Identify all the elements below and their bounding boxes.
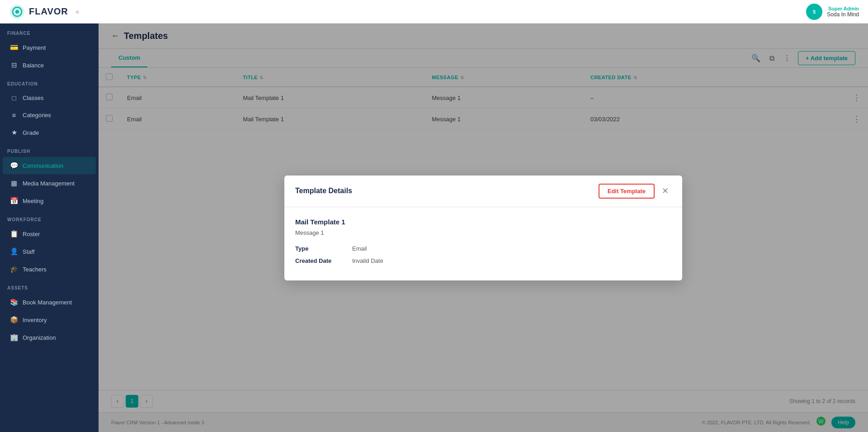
sidebar-item-payment[interactable]: 💳Payment	[3, 39, 96, 56]
collapse-icon[interactable]: «	[75, 8, 80, 16]
sidebar-item-media-management[interactable]: ▦Media Management	[3, 175, 96, 192]
main-layout: FINANCE💳Payment⊟BalanceEDUCATION□Classes…	[0, 24, 868, 432]
sidebar-label-balance: Balance	[23, 62, 44, 69]
sidebar-label-book-management: Book Management	[23, 299, 72, 306]
categories-icon: ≡	[10, 111, 18, 119]
modal-type-field: Type Email	[295, 245, 671, 252]
edit-template-button[interactable]: Edit Template	[599, 184, 655, 199]
sidebar-item-organization[interactable]: 🏢Organization	[3, 329, 96, 346]
sidebar-label-communication: Communication	[23, 162, 63, 169]
sidebar-label-classes: Classes	[23, 95, 43, 101]
modal-close-button[interactable]: ✕	[659, 185, 671, 197]
sidebar-item-roster[interactable]: 📋Roster	[3, 225, 96, 242]
sidebar-label-inventory: Inventory	[23, 317, 47, 323]
user-name: Soda In Mind	[827, 11, 859, 18]
inventory-icon: 📦	[10, 316, 18, 324]
content-area: ← Templates Custom 🔍 ⧉ ⋮ + Add template …	[99, 24, 868, 432]
sidebar-item-communication[interactable]: 💬Communication	[3, 157, 96, 174]
payment-icon: 💳	[10, 43, 18, 52]
sidebar-item-inventory[interactable]: 📦Inventory	[3, 311, 96, 328]
grade-icon: ★	[10, 128, 18, 137]
book-management-icon: 📚	[10, 298, 18, 306]
classes-icon: □	[10, 94, 18, 102]
modal-created-date-value: Invalid Date	[352, 257, 383, 264]
sidebar-item-meeting[interactable]: 📅Meeting	[3, 192, 96, 209]
sidebar-label-meeting: Meeting	[23, 198, 43, 204]
modal-created-date-field: Created Date Invalid Date	[295, 257, 671, 264]
flavor-logo-icon	[9, 4, 25, 20]
modal-type-label: Type	[295, 245, 345, 252]
user-info: Super Admin Soda In Mind	[827, 6, 859, 18]
sidebar-label-roster: Roster	[23, 231, 40, 237]
sidebar-item-staff[interactable]: 👤Staff	[3, 243, 96, 260]
sidebar-item-teachers[interactable]: 🎓Teachers	[3, 261, 96, 278]
organization-icon: 🏢	[10, 333, 18, 342]
modal-type-value: Email	[352, 245, 367, 252]
logo-area: FLAVOR «	[9, 4, 80, 20]
roster-icon: 📋	[10, 230, 18, 238]
modal-header-actions: Edit Template ✕	[599, 184, 671, 199]
sidebar-label-grade: Grade	[23, 129, 39, 136]
teachers-icon: 🎓	[10, 265, 18, 273]
template-details-modal: Template Details Edit Template ✕ Mail Te…	[284, 176, 682, 280]
logo-text: FLAVOR	[29, 6, 68, 17]
user-role: Super Admin	[827, 6, 859, 11]
svg-point-2	[15, 10, 19, 14]
app-header: FLAVOR « S Super Admin Soda In Mind	[0, 0, 868, 24]
sidebar-item-book-management[interactable]: 📚Book Management	[3, 294, 96, 311]
sidebar: FINANCE💳Payment⊟BalanceEDUCATION□Classes…	[0, 24, 99, 432]
communication-icon: 💬	[10, 161, 18, 170]
sidebar-label-categories: Categories	[23, 112, 51, 119]
sidebar-label-organization: Organization	[23, 334, 56, 341]
modal-created-date-label: Created Date	[295, 257, 345, 264]
avatar: S	[806, 4, 822, 20]
modal-body: Mail Template 1 Message 1 Type Email Cre…	[284, 207, 682, 280]
sidebar-item-grade[interactable]: ★Grade	[3, 124, 96, 141]
staff-icon: 👤	[10, 247, 18, 256]
sidebar-section-assets: ASSETS	[0, 278, 99, 293]
sidebar-section-workforce: WORKFORCE	[0, 210, 99, 225]
sidebar-label-teachers: Teachers	[23, 266, 47, 273]
svg-text:S: S	[813, 9, 816, 14]
modal-overlay[interactable]: Template Details Edit Template ✕ Mail Te…	[99, 24, 868, 432]
sidebar-item-classes[interactable]: □Classes	[3, 90, 96, 106]
user-area: S Super Admin Soda In Mind	[806, 4, 859, 20]
balance-icon: ⊟	[10, 61, 18, 69]
sidebar-label-media-management: Media Management	[23, 180, 75, 187]
media-management-icon: ▦	[10, 179, 18, 187]
sidebar-label-payment: Payment	[23, 44, 46, 51]
modal-header: Template Details Edit Template ✕	[284, 176, 682, 207]
sidebar-section-education: EDUCATION	[0, 74, 99, 89]
modal-template-name: Mail Template 1	[295, 218, 671, 226]
sidebar-section-publish: PUBLISH	[0, 142, 99, 157]
sidebar-label-staff: Staff	[23, 248, 35, 255]
sidebar-item-categories[interactable]: ≡Categories	[3, 107, 96, 123]
meeting-icon: 📅	[10, 197, 18, 205]
modal-message: Message 1	[295, 229, 671, 236]
sidebar-item-balance[interactable]: ⊟Balance	[3, 57, 96, 74]
modal-title: Template Details	[295, 187, 352, 195]
sidebar-section-finance: FINANCE	[0, 24, 99, 38]
